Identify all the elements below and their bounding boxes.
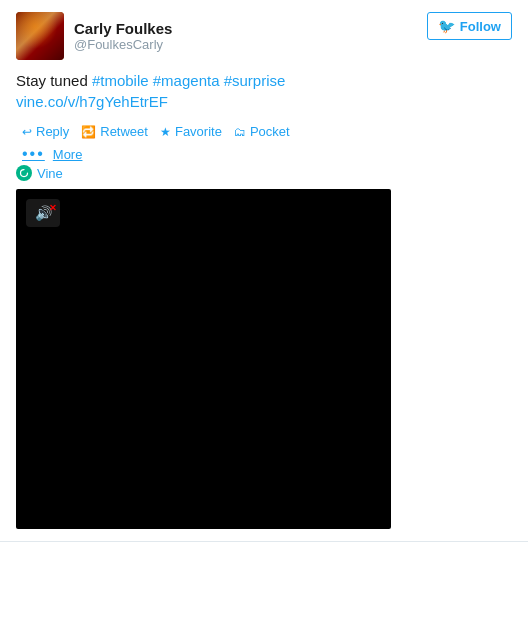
username: @FoulkesCarly [74,37,172,52]
follow-label: Follow [460,19,501,34]
more-dots-icon: ••• [22,145,45,163]
retweet-label: Retweet [100,124,148,139]
user-info: Carly Foulkes @FoulkesCarly [16,12,172,60]
mute-button[interactable]: 🔊 ✕ [26,199,60,227]
tweet-card: Carly Foulkes @FoulkesCarly 🐦 Follow Sta… [0,0,528,542]
pocket-icon: 🗂 [234,125,246,139]
more-label: More [53,147,83,162]
twitter-bird-icon: 🐦 [438,18,455,34]
mute-x-icon: ✕ [49,203,57,213]
vine-text: Vine [37,166,63,181]
follow-button[interactable]: 🐦 Follow [427,12,512,40]
favorite-label: Favorite [175,124,222,139]
tweet-text-plain: Stay tuned [16,72,92,89]
hashtag-tmobile[interactable]: #tmobile [92,72,149,89]
reply-label: Reply [36,124,69,139]
retweet-icon: 🔁 [81,125,96,139]
tweet-body: Stay tuned #tmobile #magenta #surprise v… [16,70,512,112]
avatar [16,12,64,60]
actions-row-2: ••• More [16,143,512,165]
video-player[interactable]: 🔊 ✕ [16,189,391,529]
more-button[interactable]: ••• More [16,143,88,165]
tweet-header: Carly Foulkes @FoulkesCarly 🐦 Follow [16,12,512,60]
favorite-icon: ★ [160,125,171,139]
retweet-button[interactable]: 🔁 Retweet [75,122,154,141]
mute-icon: 🔊 ✕ [35,205,52,221]
hashtag-magenta[interactable]: #magenta [153,72,220,89]
hashtag-surprise[interactable]: #surprise [224,72,286,89]
reply-icon: ↩ [22,125,32,139]
display-name: Carly Foulkes [74,20,172,37]
pocket-button[interactable]: 🗂 Pocket [228,122,296,141]
favorite-button[interactable]: ★ Favorite [154,122,228,141]
pocket-label: Pocket [250,124,290,139]
vine-label: Vine [16,165,512,181]
user-text: Carly Foulkes @FoulkesCarly [74,20,172,52]
vine-logo-icon [16,165,32,181]
vine-link[interactable]: vine.co/v/h7gYehEtrEF [16,93,168,110]
actions-row-1: ↩ Reply 🔁 Retweet ★ Favorite 🗂 Pocket [16,122,512,141]
reply-button[interactable]: ↩ Reply [16,122,75,141]
